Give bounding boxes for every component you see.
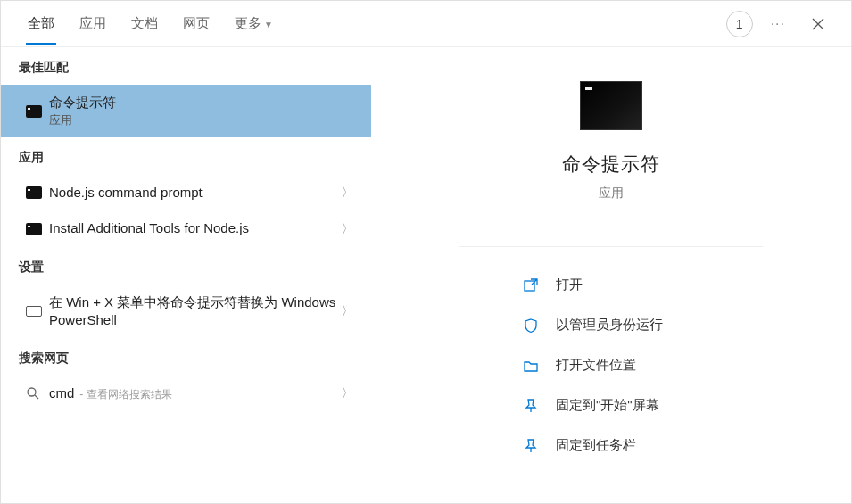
body: 最佳匹配 命令提示符 应用 应用 Node.js command prompt … [1,47,851,503]
best-match-text: 命令提示符 应用 [49,94,357,128]
action-open[interactable]: 打开 [522,265,763,305]
notifications-badge[interactable]: 1 [726,11,753,37]
open-icon [522,277,540,293]
chevron-right-icon: 〉 [338,221,357,237]
action-open-location[interactable]: 打开文件位置 [522,345,763,385]
svg-rect-1 [525,281,534,291]
topbar-right: 1 ··· [726,9,844,39]
search-icon [26,386,40,401]
action-label: 固定到任务栏 [556,437,636,454]
close-button[interactable] [803,9,833,39]
console-icon [26,223,42,235]
settings-item-winx[interactable]: 在 Win + X 菜单中将命令提示符替换为 Windows PowerShel… [1,285,371,339]
app-item-node-cmd[interactable]: Node.js command prompt 〉 [1,175,371,211]
web-item-cmd[interactable]: cmd - 查看网络搜索结果 〉 [1,376,371,411]
action-run-admin[interactable]: 以管理员身份运行 [522,305,763,345]
close-icon [811,17,825,31]
action-pin-start[interactable]: 固定到"开始"屏幕 [522,385,763,426]
console-icon [26,105,42,118]
best-match-sub: 应用 [49,113,357,128]
svg-point-0 [28,388,36,396]
window-icon [26,306,42,317]
section-apps: 应用 [1,137,371,175]
tab-bar: 全部 应用 文档 网页 更多▼ [26,3,726,45]
result-label: Node.js command prompt [49,184,338,202]
pin-icon [522,398,540,414]
web-query: cmd [49,384,74,402]
overflow-menu[interactable]: ··· [771,16,785,32]
app-item-node-tools[interactable]: Install Additional Tools for Node.js 〉 [1,211,371,246]
section-web: 搜索网页 [1,338,371,376]
section-settings: 设置 [1,247,371,285]
tab-all[interactable]: 全部 [26,3,56,45]
preview-actions: 打开 以管理员身份运行 打开文件位置 [459,246,763,466]
tab-more[interactable]: 更多▼ [233,3,275,45]
tab-documents[interactable]: 文档 [129,3,160,45]
preview-panel: 命令提示符 应用 打开 以管理员身份运行 [371,47,851,503]
tab-apps[interactable]: 应用 [78,3,108,45]
chevron-right-icon: 〉 [338,385,357,401]
web-hint: - 查看网络搜索结果 [79,387,171,401]
preview-title: 命令提示符 [562,152,660,177]
preview-sub: 应用 [599,186,624,202]
action-label: 打开 [556,277,583,293]
section-best-match: 最佳匹配 [1,47,371,85]
chevron-right-icon: 〉 [338,303,357,319]
folder-icon [522,358,540,374]
shield-icon [522,318,540,334]
action-label: 打开文件位置 [556,357,636,374]
action-label: 以管理员身份运行 [556,317,663,334]
tab-web[interactable]: 网页 [181,3,211,45]
action-pin-taskbar[interactable]: 固定到任务栏 [522,426,763,466]
pin-icon [522,438,540,454]
topbar: 全部 应用 文档 网页 更多▼ 1 ··· [1,1,851,47]
chevron-right-icon: 〉 [338,185,357,201]
best-match-label: 命令提示符 [49,94,357,112]
preview-app-icon [580,81,642,130]
result-label: 在 Win + X 菜单中将命令提示符替换为 Windows PowerShel… [49,293,338,330]
search-window: 全部 应用 文档 网页 更多▼ 1 ··· 最佳匹配 命令提示符 应用 应用 [0,0,852,504]
chevron-down-icon: ▼ [264,20,273,29]
console-icon [26,186,42,199]
action-label: 固定到"开始"屏幕 [556,397,659,414]
result-label: Install Additional Tools for Node.js [49,219,338,237]
best-match-item[interactable]: 命令提示符 应用 [1,85,371,137]
results-panel: 最佳匹配 命令提示符 应用 应用 Node.js command prompt … [1,47,371,503]
